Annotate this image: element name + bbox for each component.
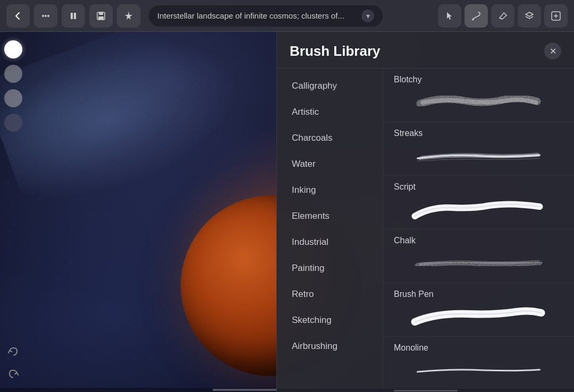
brush-item-streaks[interactable]: Streaks bbox=[383, 122, 574, 176]
save-button[interactable] bbox=[89, 4, 113, 28]
canvas-title: Interstellar landscape of infinite cosmo… bbox=[157, 11, 357, 20]
brush-preview-streaks bbox=[394, 142, 563, 169]
brush-name-streaks: Streaks bbox=[394, 129, 563, 138]
brush-item-chalk[interactable]: Chalk bbox=[383, 229, 574, 283]
category-item-inking[interactable]: Inking bbox=[281, 177, 378, 203]
color-swatch[interactable] bbox=[4, 40, 22, 58]
brush-library-panel: Brush Library ✕ CalligraphyArtisticCharc… bbox=[276, 32, 574, 392]
category-item-calligraphy[interactable]: Calligraphy bbox=[281, 73, 378, 99]
brush-name-blotchy: Blotchy bbox=[394, 75, 563, 84]
menu-button[interactable] bbox=[34, 4, 57, 28]
canvas-title-bar[interactable]: Interstellar landscape of infinite cosmo… bbox=[149, 5, 383, 27]
brush-preview-chalk bbox=[394, 250, 563, 276]
cursor-tool-button[interactable] bbox=[438, 4, 461, 28]
redo-button[interactable] bbox=[4, 365, 22, 384]
category-item-charcoals[interactable]: Charcoals bbox=[281, 125, 378, 151]
tool-slider-2[interactable] bbox=[4, 89, 22, 107]
brush-item-monoline[interactable]: Monoline bbox=[383, 337, 574, 389]
pause-button[interactable] bbox=[62, 4, 85, 28]
brush-item-blotchy[interactable]: Blotchy bbox=[383, 69, 574, 122]
brush-preview-brush_pen bbox=[394, 303, 563, 330]
svg-marker-8 bbox=[125, 12, 132, 20]
svg-rect-4 bbox=[74, 13, 76, 19]
brush-library-body: CalligraphyArtisticCharcoalsWaterInkingE… bbox=[277, 69, 574, 389]
layers-button[interactable] bbox=[518, 4, 541, 28]
left-sidebar bbox=[0, 32, 27, 392]
svg-point-2 bbox=[47, 15, 49, 17]
tool-slider-1[interactable] bbox=[4, 65, 22, 83]
svg-line-9 bbox=[500, 18, 502, 19]
brush-name-script: Script bbox=[394, 182, 563, 192]
eraser-tool-button[interactable] bbox=[491, 4, 514, 28]
category-item-water[interactable]: Water bbox=[281, 151, 378, 177]
top-toolbar: Interstellar landscape of infinite cosmo… bbox=[0, 0, 574, 32]
back-button[interactable] bbox=[6, 4, 30, 28]
svg-rect-7 bbox=[98, 16, 104, 20]
svg-rect-6 bbox=[99, 12, 103, 15]
brush-name-monoline: Monoline bbox=[394, 343, 563, 353]
category-item-elements[interactable]: Elements bbox=[281, 203, 378, 229]
brush-tool-button[interactable] bbox=[465, 4, 488, 28]
scroll-indicator bbox=[394, 390, 458, 391]
category-item-sketching[interactable]: Sketching bbox=[281, 308, 378, 333]
category-item-painting[interactable]: Painting bbox=[281, 255, 378, 281]
category-item-airbrushing[interactable]: Airbrushing bbox=[281, 334, 378, 359]
svg-point-0 bbox=[42, 15, 44, 17]
chevron-down-icon[interactable]: ▾ bbox=[361, 10, 374, 22]
brush-name-brush_pen: Brush Pen bbox=[394, 289, 563, 299]
brush-list: Blotchy Streaks Script Chalk Brush Pen M… bbox=[383, 69, 574, 389]
brush-name-chalk: Chalk bbox=[394, 236, 563, 245]
category-item-artistic[interactable]: Artistic bbox=[281, 99, 378, 125]
svg-point-1 bbox=[45, 15, 47, 17]
category-list: CalligraphyArtisticCharcoalsWaterInkingE… bbox=[277, 69, 383, 389]
brush-library-header: Brush Library ✕ bbox=[277, 32, 574, 69]
toolbar-right-actions bbox=[438, 4, 568, 28]
brush-item-brush_pen[interactable]: Brush Pen bbox=[383, 283, 574, 337]
undo-redo-controls bbox=[4, 343, 22, 384]
undo-button[interactable] bbox=[4, 343, 22, 361]
magic-button[interactable] bbox=[117, 4, 140, 28]
brush-preview-script bbox=[394, 196, 563, 223]
brush-preview-monoline bbox=[394, 357, 563, 384]
brush-preview-blotchy bbox=[394, 89, 563, 115]
tool-slider-3[interactable] bbox=[4, 114, 22, 132]
category-item-industrial[interactable]: Industrial bbox=[281, 229, 378, 255]
svg-rect-3 bbox=[71, 13, 73, 19]
category-item-retro[interactable]: Retro bbox=[281, 282, 378, 307]
close-button[interactable]: ✕ bbox=[544, 42, 561, 59]
brush-library-title: Brush Library bbox=[290, 43, 381, 59]
add-button[interactable] bbox=[544, 4, 568, 28]
brush-item-script[interactable]: Script bbox=[383, 176, 574, 229]
panel-bottom-bar bbox=[277, 389, 574, 392]
